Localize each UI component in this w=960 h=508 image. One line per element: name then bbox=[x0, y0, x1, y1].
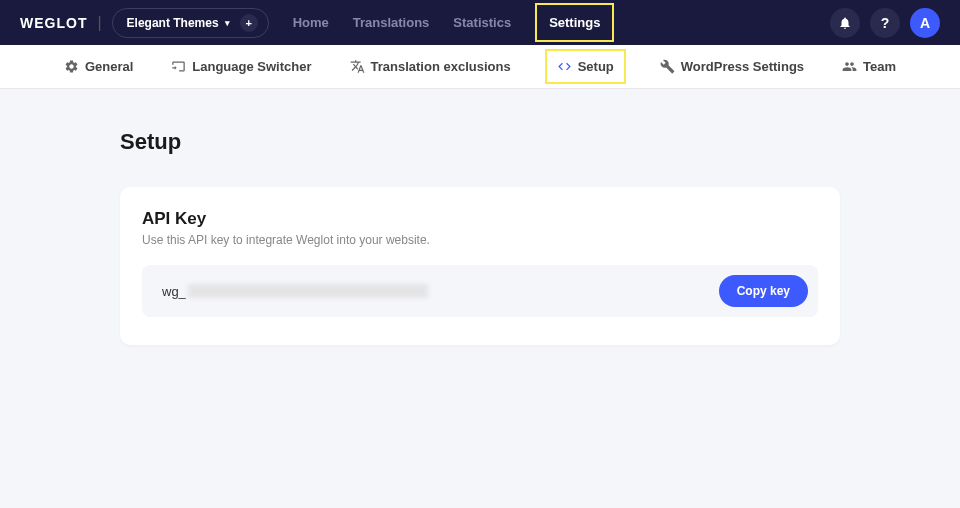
copy-key-button[interactable]: Copy key bbox=[719, 275, 808, 307]
tab-wordpress-settings[interactable]: WordPress Settings bbox=[656, 49, 808, 84]
tab-label: Translation exclusions bbox=[371, 59, 511, 74]
chevron-down-icon: ▾ bbox=[225, 18, 230, 28]
card-title: API Key bbox=[142, 209, 818, 229]
nav-home[interactable]: Home bbox=[293, 3, 329, 42]
tab-general[interactable]: General bbox=[60, 49, 137, 84]
content-area: Setup API Key Use this API key to integr… bbox=[0, 89, 960, 385]
help-icon: ? bbox=[881, 15, 890, 31]
avatar-initial: A bbox=[920, 15, 930, 31]
tab-label: Setup bbox=[578, 59, 614, 74]
api-key-row: wg_ Copy key bbox=[142, 265, 818, 317]
tab-label: Team bbox=[863, 59, 896, 74]
topbar: WEGLOT | Elegant Themes ▾ + Home Transla… bbox=[0, 0, 960, 45]
add-project-button[interactable]: + bbox=[240, 14, 258, 32]
switcher-icon bbox=[171, 59, 186, 74]
page-title: Setup bbox=[120, 129, 840, 155]
tab-setup[interactable]: Setup bbox=[545, 49, 626, 84]
notifications-button[interactable] bbox=[830, 8, 860, 38]
nav-settings[interactable]: Settings bbox=[535, 3, 614, 42]
logo: WEGLOT bbox=[20, 15, 87, 31]
api-key-value[interactable]: wg_ bbox=[162, 284, 428, 299]
tab-team[interactable]: Team bbox=[838, 49, 900, 84]
wrench-icon bbox=[660, 59, 675, 74]
nav-statistics[interactable]: Statistics bbox=[453, 3, 511, 42]
tab-label: Language Switcher bbox=[192, 59, 311, 74]
topbar-right: ? A bbox=[830, 8, 940, 38]
gear-icon bbox=[64, 59, 79, 74]
divider: | bbox=[97, 14, 101, 32]
translate-icon bbox=[350, 59, 365, 74]
api-key-prefix: wg_ bbox=[162, 284, 186, 299]
top-navigation: Home Translations Statistics Settings bbox=[293, 3, 615, 42]
card-subtitle: Use this API key to integrate Weglot int… bbox=[142, 233, 818, 247]
nav-translations[interactable]: Translations bbox=[353, 3, 430, 42]
project-selector[interactable]: Elegant Themes ▾ + bbox=[112, 8, 269, 38]
api-key-card: API Key Use this API key to integrate We… bbox=[120, 187, 840, 345]
sub-navigation: General Language Switcher Translation ex… bbox=[0, 45, 960, 89]
code-icon bbox=[557, 59, 572, 74]
tab-translation-exclusions[interactable]: Translation exclusions bbox=[346, 49, 515, 84]
bell-icon bbox=[838, 16, 852, 30]
api-key-blurred bbox=[188, 284, 428, 298]
avatar[interactable]: A bbox=[910, 8, 940, 38]
help-button[interactable]: ? bbox=[870, 8, 900, 38]
team-icon bbox=[842, 59, 857, 74]
tab-label: WordPress Settings bbox=[681, 59, 804, 74]
tab-label: General bbox=[85, 59, 133, 74]
project-label: Elegant Themes bbox=[127, 16, 219, 30]
tab-language-switcher[interactable]: Language Switcher bbox=[167, 49, 315, 84]
